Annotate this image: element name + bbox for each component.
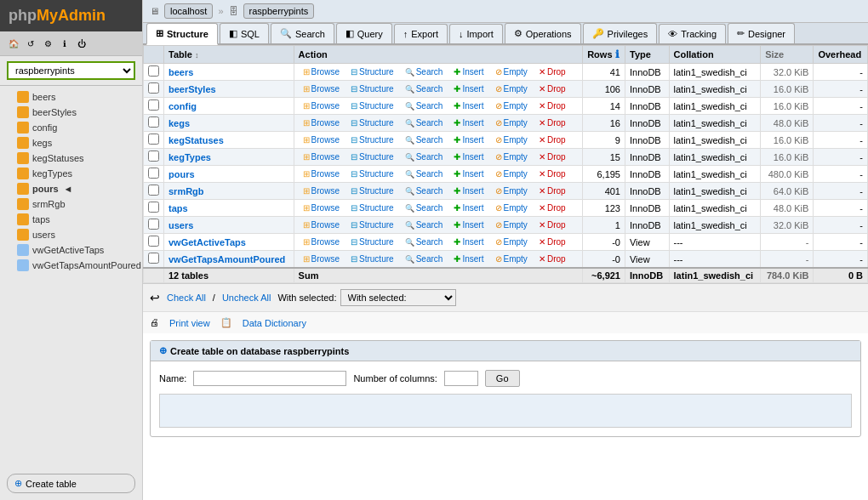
structure-btn[interactable]: Structure [346,99,398,112]
browse-btn[interactable]: Browse [299,151,344,163]
structure-btn[interactable]: Structure [346,253,398,265]
structure-btn[interactable]: Structure [346,151,398,163]
uncheck-all-link[interactable]: Uncheck All [222,293,271,303]
insert-btn[interactable]: Insert [449,253,488,265]
tab-sql[interactable]: ◧ SQL [220,23,269,43]
browse-btn[interactable]: Browse [299,202,344,214]
structure-btn[interactable]: Structure [346,219,398,231]
table-col-header[interactable]: Table [164,46,294,64]
row-checkbox[interactable] [148,185,159,196]
structure-btn[interactable]: Structure [346,168,398,180]
sidebar-item-kegs[interactable]: kegs [0,135,142,151]
search-btn[interactable]: Search [401,202,448,214]
browse-btn[interactable]: Browse [299,219,344,231]
go-button[interactable]: Go [485,370,520,387]
empty-btn[interactable]: Empty [491,236,532,248]
search-btn[interactable]: Search [401,236,448,248]
browse-btn[interactable]: Browse [299,185,344,197]
insert-btn[interactable]: Insert [449,202,488,214]
tab-designer[interactable]: ✏ Designer [728,23,795,43]
row-checkbox[interactable] [148,168,159,179]
insert-btn[interactable]: Insert [449,185,488,197]
search-btn[interactable]: Search [401,185,448,197]
sidebar-item-users[interactable]: users [0,227,142,242]
drop-btn[interactable]: Drop [534,134,570,146]
sidebar-item-beerStyles[interactable]: beerStyles [0,105,142,120]
table-name-link[interactable]: beerStyles [168,84,216,94]
info-icon[interactable]: ℹ [58,37,71,50]
empty-btn[interactable]: Empty [491,219,532,231]
tab-export[interactable]: ↑ Export [394,24,448,43]
tab-query[interactable]: ◧ Query [336,23,392,43]
sidebar-item-kegStatuses[interactable]: kegStatuses [0,151,142,166]
row-checkbox[interactable] [148,236,159,247]
drop-btn[interactable]: Drop [534,185,570,197]
sidebar-item-pours[interactable]: pours ◄ [0,181,142,196]
structure-btn[interactable]: Structure [346,82,398,95]
sidebar-item-vwGetTapsAmountPoured[interactable]: vwGetTapsAmountPoured [0,258,142,273]
drop-btn[interactable]: Drop [534,65,570,78]
create-table-button[interactable]: ⊕ Create table [7,474,135,493]
insert-btn[interactable]: Insert [449,134,488,146]
drop-btn[interactable]: Drop [534,116,570,129]
drop-btn[interactable]: Drop [534,219,570,231]
settings-icon[interactable]: ⚙ [41,37,54,50]
table-name-link[interactable]: config [168,101,197,111]
search-btn[interactable]: Search [401,65,448,78]
search-btn[interactable]: Search [401,116,448,129]
reload-icon[interactable]: ↺ [24,37,37,50]
row-checkbox[interactable] [148,65,159,77]
db-select[interactable]: raspberrypints [7,61,135,80]
empty-btn[interactable]: Empty [491,65,532,78]
browse-btn[interactable]: Browse [299,116,344,129]
browse-btn[interactable]: Browse [299,65,344,78]
structure-btn[interactable]: Structure [346,116,398,129]
row-checkbox[interactable] [148,253,159,264]
row-checkbox[interactable] [148,116,159,128]
check-all-link[interactable]: Check All [167,293,206,303]
row-checkbox[interactable] [148,151,159,162]
empty-btn[interactable]: Empty [491,168,532,180]
empty-btn[interactable]: Empty [491,253,532,265]
insert-btn[interactable]: Insert [449,82,488,95]
table-name-link[interactable]: kegs [168,118,190,128]
tab-structure[interactable]: ⊞ Structure [146,23,218,45]
structure-btn[interactable]: Structure [346,202,398,214]
drop-btn[interactable]: Drop [534,253,570,265]
search-btn[interactable]: Search [401,82,448,95]
row-checkbox[interactable] [148,82,159,94]
insert-btn[interactable]: Insert [449,168,488,180]
table-name-link[interactable]: vwGetTapsAmountPoured [168,254,285,264]
empty-btn[interactable]: Empty [491,99,532,112]
insert-btn[interactable]: Insert [449,151,488,163]
rows-col-header[interactable]: Rows ℹ [583,46,625,64]
drop-btn[interactable]: Drop [534,99,570,112]
table-name-link[interactable]: taps [168,203,188,213]
empty-btn[interactable]: Empty [491,116,532,129]
search-btn[interactable]: Search [401,168,448,180]
tab-operations[interactable]: ⚙ Operations [505,23,581,43]
sidebar-item-kegTypes[interactable]: kegTypes [0,166,142,181]
search-btn[interactable]: Search [401,253,448,265]
drop-btn[interactable]: Drop [534,168,570,180]
row-checkbox[interactable] [148,99,159,111]
structure-btn[interactable]: Structure [346,185,398,197]
browse-btn[interactable]: Browse [299,236,344,248]
insert-btn[interactable]: Insert [449,219,488,231]
browse-btn[interactable]: Browse [299,82,344,95]
search-btn[interactable]: Search [401,219,448,231]
search-btn[interactable]: Search [401,134,448,146]
insert-btn[interactable]: Insert [449,236,488,248]
insert-btn[interactable]: Insert [449,99,488,112]
empty-btn[interactable]: Empty [491,151,532,163]
cols-input[interactable] [444,371,478,386]
table-name-link[interactable]: vwGetActiveTaps [168,237,246,247]
tab-tracking[interactable]: 👁 Tracking [659,24,726,43]
browse-btn[interactable]: Browse [299,134,344,146]
structure-btn[interactable]: Structure [346,134,398,146]
insert-btn[interactable]: Insert [449,116,488,129]
table-name-link[interactable]: kegStatuses [168,135,224,145]
structure-btn[interactable]: Structure [346,65,398,78]
row-checkbox[interactable] [148,202,159,213]
server-badge[interactable]: localhost [164,3,213,19]
